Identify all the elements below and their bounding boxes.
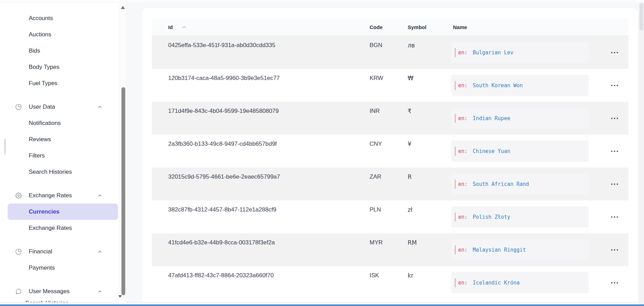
- column-header-name[interactable]: Name: [451, 24, 628, 30]
- dot-icon: [611, 282, 613, 284]
- column-header-id[interactable]: Id: [152, 24, 370, 30]
- column-header-code[interactable]: Code: [370, 24, 408, 30]
- dot-icon: [611, 151, 613, 152]
- currency-name-box: en: Polish Złoty: [451, 206, 589, 227]
- sidebar-item-label: Currencies: [29, 208, 60, 215]
- dot-icon: [611, 183, 613, 185]
- window-bottom-edge: [0, 304, 644, 306]
- dot-icon: [611, 249, 613, 251]
- sidebar-item-auctions[interactable]: Auctions: [0, 26, 127, 43]
- dot-icon: [611, 118, 613, 119]
- row-actions-button[interactable]: [608, 278, 621, 288]
- locale-marker: [455, 245, 456, 254]
- sidebar-scrollbar-thumb[interactable]: [121, 87, 125, 295]
- dot-icon: [614, 85, 615, 86]
- sidebar-item-label: Fuel Types: [29, 80, 57, 87]
- currency-name-box: en: South African Rand: [451, 173, 589, 195]
- dot-icon: [617, 151, 618, 152]
- dot-icon: [617, 249, 618, 251]
- sidebar-item-label: Filters: [29, 152, 45, 159]
- locale-label: en:: [458, 280, 468, 286]
- table-row: 2a3fb360-b133-49c8-9497-cd4bb657bd9f CNY…: [152, 135, 628, 168]
- currency-id: 41fcd4e6-b32e-44b9-8cca-003178f3ef2a: [152, 233, 370, 246]
- chevron-up-icon: [97, 193, 102, 198]
- locale-marker: [455, 213, 456, 222]
- sidebar-item-label: Accounts: [29, 15, 53, 22]
- sidebar-group-user-messages[interactable]: User Messages: [0, 283, 127, 299]
- currency-name: Bulgarian Lev: [473, 50, 513, 56]
- currency-id: 47afd413-ff82-43c7-8864-20323a660f70: [152, 266, 370, 279]
- sidebar-scrollbar[interactable]: [118, 3, 127, 306]
- sidebar-item-label: Reviews: [29, 136, 51, 143]
- sidebar-group-exchange-rates[interactable]: Exchange Rates: [0, 187, 127, 204]
- row-actions-button[interactable]: [608, 47, 621, 58]
- sidebar-item-search-histories[interactable]: Search Histories: [0, 164, 127, 180]
- locale-label: en:: [458, 82, 468, 89]
- dot-icon: [617, 183, 618, 185]
- currency-code: KRW: [370, 69, 408, 82]
- sidebar-item-body-types[interactable]: Body Types: [0, 59, 127, 75]
- column-header-symbol[interactable]: Symbol: [408, 24, 451, 30]
- sidebar-item-reviews[interactable]: Reviews: [0, 131, 127, 147]
- currency-symbol: ¥: [408, 135, 451, 147]
- currency-name-box: en: Icelandic Króna: [451, 272, 589, 293]
- currency-name-box: en: Bulgarian Lev: [451, 42, 589, 63]
- currency-symbol: zł: [408, 200, 451, 213]
- dot-icon: [614, 118, 615, 119]
- sidebar: AccountsAuctionsBidsBody TypesFuel Types…: [0, 3, 127, 306]
- sidebar-item-filters[interactable]: Filters: [0, 147, 127, 164]
- row-actions-button[interactable]: [608, 245, 621, 255]
- row-actions-button[interactable]: [608, 146, 621, 156]
- page-scrollbar-thumb[interactable]: [640, 3, 643, 30]
- row-actions-button[interactable]: [608, 113, 621, 124]
- scroll-up-arrow-icon[interactable]: [121, 6, 125, 9]
- content-card: Id Code Symbol Name 0425effa-533e-451f-9…: [142, 8, 638, 306]
- sidebar-item-bids[interactable]: Bids: [0, 43, 127, 59]
- currency-symbol: ₩: [408, 69, 451, 82]
- sidebar-item-exchange-rates[interactable]: Exchange Rates: [0, 220, 127, 236]
- table-row: 41fcd4e6-b32e-44b9-8cca-003178f3ef2a MYR…: [152, 233, 628, 266]
- currency-code: INR: [370, 102, 408, 115]
- dot-icon: [617, 118, 618, 119]
- table-body: 0425effa-533e-451f-931a-ab0d30cdd335 BGN…: [152, 36, 628, 299]
- sidebar-group-label: Financial: [29, 248, 52, 255]
- sidebar-group-financial[interactable]: Financial: [0, 243, 127, 260]
- sidebar-item-currencies[interactable]: Currencies: [8, 204, 118, 220]
- scroll-down-arrow-icon[interactable]: [118, 295, 122, 298]
- locale-marker: [455, 278, 456, 287]
- sidebar-group-label: User Data: [29, 104, 55, 110]
- sidebar-group-user-data[interactable]: User Data: [0, 99, 127, 115]
- sidebar-item-label: Notifications: [29, 120, 61, 127]
- chevron-up-icon: [97, 249, 102, 254]
- currency-symbol: kr: [408, 266, 451, 279]
- sidebar-item-fuel-types[interactable]: Fuel Types: [0, 75, 127, 91]
- dot-icon: [617, 85, 618, 86]
- locale-label: en:: [458, 115, 468, 122]
- currency-name: South African Rand: [473, 181, 529, 187]
- row-actions-button[interactable]: [608, 212, 621, 222]
- page: AccountsAuctionsBidsBody TypesFuel Types…: [0, 0, 644, 306]
- page-scrollbar[interactable]: [639, 3, 644, 306]
- currency-code: ZAR: [370, 168, 408, 180]
- sidebar-item-accounts[interactable]: Accounts: [0, 10, 127, 26]
- locale-label: en:: [458, 181, 468, 187]
- currency-id: 0425effa-533e-451f-931a-ab0d30cdd335: [152, 36, 370, 49]
- locale-marker: [455, 180, 456, 189]
- row-actions-button[interactable]: [608, 179, 621, 189]
- row-actions-button[interactable]: [608, 80, 621, 91]
- dot-icon: [614, 151, 615, 152]
- sidebar-item-notifications[interactable]: Notifications: [0, 115, 127, 131]
- currency-name-box: en: Malaysian Ringgit: [451, 239, 589, 260]
- sidebar-item-label: Exchange Rates: [29, 225, 72, 232]
- sort-ascending-icon[interactable]: [181, 24, 187, 30]
- chevron-up-icon: [97, 289, 102, 294]
- currency-name-box: en: Chinese Yuan: [451, 141, 589, 162]
- currency-name-box: en: Indian Rupee: [451, 108, 589, 129]
- dot-icon: [614, 282, 615, 284]
- table-row: 382c87fb-4312-4457-8b47-112e1a288cf9 PLN…: [152, 200, 628, 233]
- currencies-table: Id Code Symbol Name 0425effa-533e-451f-9…: [152, 19, 628, 299]
- sidebar-nav: AccountsAuctionsBidsBody TypesFuel Types…: [0, 3, 127, 299]
- sidebar-item-payments[interactable]: Payments: [0, 260, 127, 276]
- dot-icon: [614, 52, 615, 53]
- currency-name: South Korean Won: [473, 82, 523, 89]
